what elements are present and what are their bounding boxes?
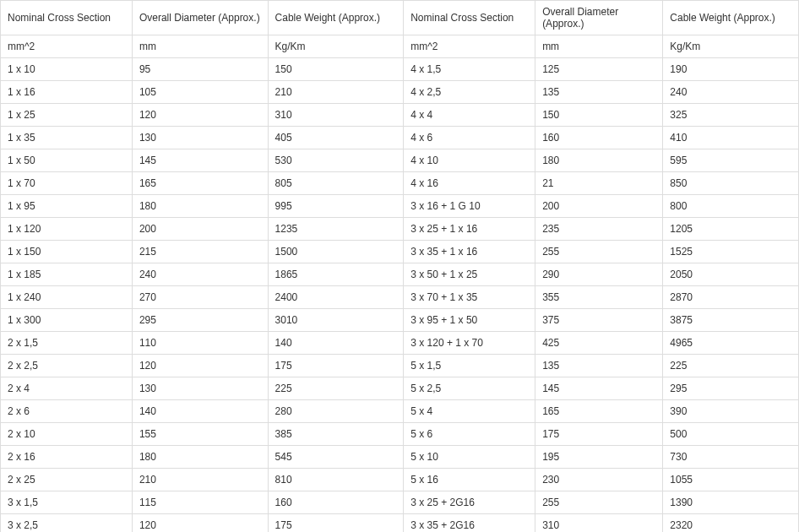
table-cell: 105 <box>132 81 268 104</box>
table-cell: 3 x 50 + 1 x 25 <box>404 263 535 286</box>
table-row: 2 x 101553855 x 6175500 <box>1 423 799 446</box>
table-cell: 160 <box>535 127 663 149</box>
table-cell: 135 <box>535 81 663 104</box>
table-cell: 180 <box>132 446 268 469</box>
table-cell: 1525 <box>663 241 799 263</box>
table-cell: 5 x 10 <box>404 446 535 469</box>
table-cell: 150 <box>535 104 663 127</box>
table-cell: 5 x 16 <box>404 469 535 491</box>
table-cell: 200 <box>132 218 268 241</box>
table-cell: 145 <box>132 149 268 172</box>
table-cell: 2050 <box>663 263 799 286</box>
table-cell: 125 <box>535 58 663 81</box>
table-cell: 1 x 50 <box>1 149 133 172</box>
table-cell: 195 <box>535 446 663 469</box>
table-cell: 1 x 16 <box>1 81 133 104</box>
table-cell: 405 <box>268 127 404 149</box>
table-cell: 270 <box>132 286 268 309</box>
header-cable-weight-2: Cable Weight (Approx.) <box>663 1 799 35</box>
table-row: 2 x 252108105 x 162301055 <box>1 469 799 491</box>
table-cell: 1 x 185 <box>1 263 133 286</box>
table-cell: 2870 <box>663 286 799 309</box>
table-cell: 2 x 10 <box>1 423 133 446</box>
table-cell: 3 x 95 + 1 x 50 <box>404 309 535 332</box>
table-cell: 1500 <box>268 241 404 263</box>
table-row: 1 x 161052104 x 2,5135240 <box>1 81 799 104</box>
table-cell: 5 x 4 <box>404 400 535 423</box>
table-cell: 3 x 35 + 1 x 16 <box>404 241 535 263</box>
table-cell: 200 <box>535 195 663 218</box>
table-cell: 165 <box>132 172 268 195</box>
table-cell: 5 x 6 <box>404 423 535 446</box>
table-cell: 225 <box>268 377 404 400</box>
table-cell: 110 <box>132 332 268 355</box>
table-row: 1 x 15021515003 x 35 + 1 x 162551525 <box>1 241 799 263</box>
table-cell: 2 x 25 <box>1 469 133 491</box>
table-cell: 280 <box>268 400 404 423</box>
table-row: 2 x 161805455 x 10195730 <box>1 446 799 469</box>
header-row: Nominal Cross Section Overall Diameter (… <box>1 1 799 35</box>
header-nominal-cross-section-2: Nominal Cross Section <box>404 1 535 35</box>
table-cell: 4 x 1,5 <box>404 58 535 81</box>
table-cell: 3 x 120 + 1 x 70 <box>404 332 535 355</box>
table-cell: 995 <box>268 195 404 218</box>
header-overall-diameter-2: Overall Diameter (Approx.) <box>535 1 663 35</box>
table-cell: 800 <box>663 195 799 218</box>
table-cell: 1235 <box>268 218 404 241</box>
table-cell: 2 x 1,5 <box>1 332 133 355</box>
table-cell: 140 <box>132 400 268 423</box>
table-cell: 2 x 2,5 <box>1 355 133 377</box>
table-cell: 1 x 10 <box>1 58 133 81</box>
table-cell: 4 x 4 <box>404 104 535 127</box>
cable-spec-table: Nominal Cross Section Overall Diameter (… <box>0 0 799 532</box>
table-cell: 1 x 120 <box>1 218 133 241</box>
table-cell: 310 <box>535 514 663 533</box>
table-cell: 150 <box>268 58 404 81</box>
unit-cell: mm^2 <box>1 35 133 58</box>
header-cable-weight-1: Cable Weight (Approx.) <box>268 1 404 35</box>
table-cell: 210 <box>132 469 268 491</box>
table-cell: 3 x 25 + 1 x 16 <box>404 218 535 241</box>
table-cell: 255 <box>535 241 663 263</box>
table-cell: 180 <box>535 149 663 172</box>
table-cell: 4 x 10 <box>404 149 535 172</box>
table-row: 1 x 251203104 x 4150325 <box>1 104 799 127</box>
table-cell: 235 <box>535 218 663 241</box>
table-cell: 1 x 150 <box>1 241 133 263</box>
table-cell: 375 <box>535 309 663 332</box>
table-cell: 2 x 6 <box>1 400 133 423</box>
table-cell: 180 <box>132 195 268 218</box>
table-row: 1 x 18524018653 x 50 + 1 x 252902050 <box>1 263 799 286</box>
table-cell: 210 <box>268 81 404 104</box>
table-cell: 595 <box>663 149 799 172</box>
table-cell: 390 <box>663 400 799 423</box>
table-cell: 3010 <box>268 309 404 332</box>
table-cell: 120 <box>132 104 268 127</box>
unit-cell: mm^2 <box>404 35 535 58</box>
table-cell: 1 x 95 <box>1 195 133 218</box>
unit-cell: Kg/Km <box>268 35 404 58</box>
table-cell: 545 <box>268 446 404 469</box>
table-cell: 385 <box>268 423 404 446</box>
table-cell: 355 <box>535 286 663 309</box>
table-cell: 290 <box>535 263 663 286</box>
unit-cell: mm <box>535 35 663 58</box>
table-cell: 5 x 2,5 <box>404 377 535 400</box>
table-cell: 3875 <box>663 309 799 332</box>
table-cell: 2320 <box>663 514 799 533</box>
table-cell: 21 <box>535 172 663 195</box>
table-cell: 4 x 16 <box>404 172 535 195</box>
table-cell: 2 x 4 <box>1 377 133 400</box>
table-row: 1 x 351304054 x 6160410 <box>1 127 799 149</box>
table-cell: 3 x 25 + 2G16 <box>404 491 535 514</box>
table-cell: 4 x 2,5 <box>404 81 535 104</box>
table-cell: 4965 <box>663 332 799 355</box>
table-cell: 130 <box>132 127 268 149</box>
units-row: mm^2mmKg/Kmmm^2mmKg/Km <box>1 35 799 58</box>
table-cell: 240 <box>663 81 799 104</box>
table-cell: 295 <box>663 377 799 400</box>
table-cell: 165 <box>535 400 663 423</box>
table-cell: 240 <box>132 263 268 286</box>
table-cell: 1 x 240 <box>1 286 133 309</box>
table-cell: 215 <box>132 241 268 263</box>
